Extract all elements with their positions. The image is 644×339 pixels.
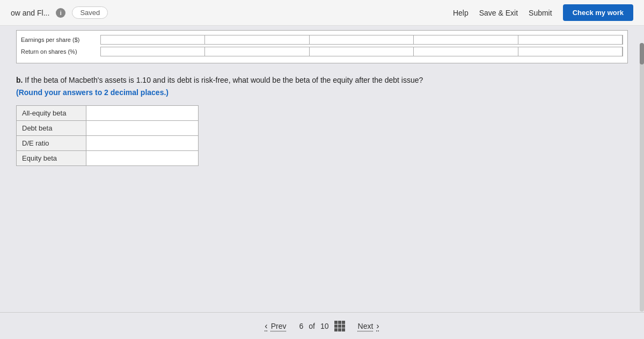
grid-dot bbox=[338, 328, 341, 331]
question-note: (Round your answers to 2 decimal places.… bbox=[16, 88, 628, 97]
grid-dot bbox=[342, 328, 345, 331]
input-debt-beta[interactable] bbox=[92, 124, 193, 132]
total-pages: 10 bbox=[320, 322, 329, 330]
chart-divider bbox=[205, 47, 309, 56]
label-debt-beta: Debt beta bbox=[17, 121, 86, 136]
prev-arrow-icon: ‹ bbox=[265, 321, 267, 331]
grid-dot bbox=[342, 321, 345, 324]
question-part: b. bbox=[16, 76, 25, 84]
table-row-de-ratio: D/E ratio bbox=[17, 136, 199, 151]
save-exit-link[interactable]: Save & Exit bbox=[479, 9, 518, 17]
label-all-equity-beta: All-equity beta bbox=[17, 106, 86, 121]
grid-dot bbox=[334, 321, 338, 324]
chart-bar-ror bbox=[100, 47, 623, 56]
grid-dot bbox=[338, 321, 341, 324]
chart-row-eps: Earnings per share ($) bbox=[21, 35, 623, 45]
chart-divider bbox=[101, 35, 205, 44]
prev-button[interactable]: ‹ Prev bbox=[265, 321, 286, 331]
chart-divider bbox=[518, 35, 623, 44]
check-my-work-button[interactable]: Check my work bbox=[563, 4, 633, 21]
chart-divider bbox=[310, 47, 414, 56]
grid-dot bbox=[334, 328, 338, 331]
data-table: All-equity beta Debt beta D/E ratio bbox=[16, 105, 199, 166]
chart-divider bbox=[310, 35, 414, 44]
chart-divider bbox=[101, 47, 205, 56]
page-info: 6 of 10 bbox=[299, 321, 345, 331]
question-text: b. If the beta of Macbeth's assets is 1.… bbox=[16, 74, 628, 86]
chart-divider bbox=[414, 35, 518, 44]
label-equity-beta: Equity beta bbox=[17, 151, 86, 166]
prev-label: Prev bbox=[271, 322, 287, 330]
input-cell-equity-beta[interactable] bbox=[86, 151, 198, 166]
grid-dot bbox=[334, 324, 338, 328]
table-row-equity-beta: Equity beta bbox=[17, 151, 199, 166]
question-section: b. If the beta of Macbeth's assets is 1.… bbox=[16, 74, 628, 97]
input-all-equity-beta[interactable] bbox=[92, 109, 193, 117]
input-de-ratio[interactable] bbox=[92, 139, 193, 147]
of-label: of bbox=[309, 322, 315, 330]
chart-label-eps: Earnings per share ($) bbox=[21, 37, 96, 43]
input-cell-all-equity[interactable] bbox=[86, 106, 198, 121]
main-content: Earnings per share ($) Return on shares … bbox=[0, 26, 644, 312]
page-title: ow and Fl... bbox=[11, 9, 49, 17]
chart-divider bbox=[414, 47, 518, 56]
chart-label-ror: Return on shares (%) bbox=[21, 48, 96, 55]
submit-link[interactable]: Submit bbox=[529, 9, 552, 17]
next-label: Next bbox=[358, 322, 374, 330]
table-row-all-equity: All-equity beta bbox=[17, 106, 199, 121]
scrollbar-thumb[interactable] bbox=[640, 43, 644, 64]
header-right: Help Save & Exit Submit Check my work bbox=[453, 4, 633, 21]
input-equity-beta[interactable] bbox=[92, 154, 193, 162]
chart-divider bbox=[518, 47, 623, 56]
saved-badge: Saved bbox=[72, 6, 108, 19]
scrollbar[interactable] bbox=[640, 43, 644, 312]
header-nav: ow and Fl... i Saved Help Save & Exit Su… bbox=[0, 0, 644, 26]
table-row-debt-beta: Debt beta bbox=[17, 121, 199, 136]
chart-row-ror: Return on shares (%) bbox=[21, 47, 623, 56]
bottom-nav: ‹ Prev 6 of 10 Next › bbox=[0, 312, 644, 339]
grid-icon[interactable] bbox=[334, 321, 345, 331]
input-cell-debt-beta[interactable] bbox=[86, 121, 198, 136]
info-icon[interactable]: i bbox=[56, 8, 65, 18]
input-cell-de-ratio[interactable] bbox=[86, 136, 198, 151]
grid-dot bbox=[338, 324, 341, 328]
label-de-ratio: D/E ratio bbox=[17, 136, 86, 151]
header-left: ow and Fl... i Saved bbox=[11, 6, 108, 19]
chart-section: Earnings per share ($) Return on shares … bbox=[16, 30, 628, 63]
help-link[interactable]: Help bbox=[453, 9, 469, 17]
chart-divider bbox=[205, 35, 309, 44]
next-button[interactable]: Next › bbox=[358, 321, 379, 331]
current-page: 6 bbox=[299, 322, 303, 330]
grid-dot bbox=[342, 324, 345, 328]
next-arrow-icon: › bbox=[376, 321, 379, 331]
chart-bar-eps bbox=[100, 35, 623, 45]
